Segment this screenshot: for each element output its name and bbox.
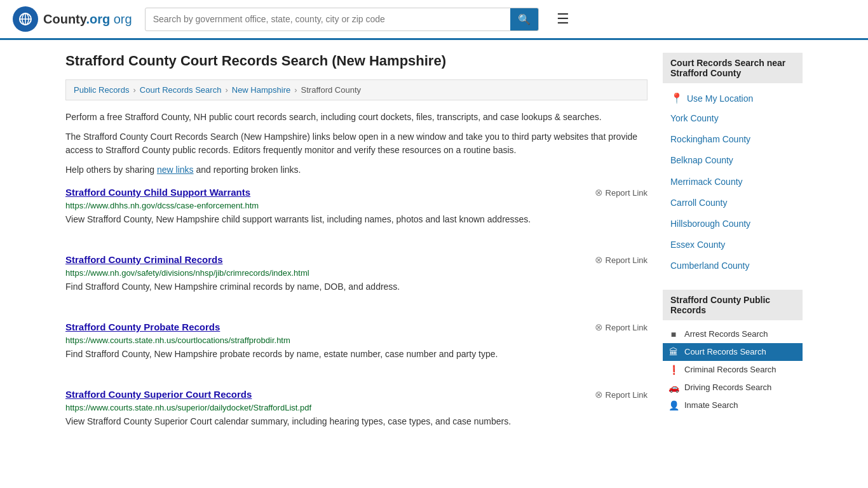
logo-icon <box>13 6 38 32</box>
result-url-1: https://www.nh.gov/safety/divisions/nhsp… <box>65 268 648 278</box>
nearby-section: Court Records Search near Strafford Coun… <box>663 53 803 277</box>
report-label: Report Link <box>606 188 648 198</box>
menu-button[interactable]: ☰ <box>552 8 574 30</box>
result-header: Strafford County Child Support Warrants … <box>65 187 648 198</box>
sidebar-record-item[interactable]: ❗ Criminal Records Search <box>663 361 803 379</box>
record-icon-4: 👤 <box>668 400 679 410</box>
logo-text: County.org org <box>43 12 132 27</box>
result-desc-0: View Strafford County, New Hampshire chi… <box>65 213 648 226</box>
result-title-1[interactable]: Strafford County Criminal Records <box>65 254 223 265</box>
breadcrumb-public-records[interactable]: Public Records <box>74 85 129 95</box>
result-desc-1: Find Strafford County, New Hampshire cri… <box>65 280 648 294</box>
nearby-county-link[interactable]: Belknap County <box>663 150 803 171</box>
result-url-0: https://www.dhhs.nh.gov/dcss/case-enforc… <box>65 201 648 210</box>
result-title-2[interactable]: Strafford County Probate Records <box>65 322 220 332</box>
report-link-1[interactable]: ⊗ Report Link <box>595 254 648 266</box>
result-item: Strafford County Criminal Records ⊗ Repo… <box>65 254 648 306</box>
nearby-county-link[interactable]: Rockingham County <box>663 129 803 150</box>
breadcrumb-current: Strafford County <box>301 85 361 95</box>
breadcrumb-court-records[interactable]: Court Records Search <box>140 85 222 95</box>
result-desc-3: View Strafford County Superior Court cal… <box>65 415 648 428</box>
record-label-1: Court Records Search <box>684 347 766 356</box>
description-1: Perform a free Strafford County, NH publ… <box>65 111 648 124</box>
public-records-section: Strafford County Public Records ■ Arrest… <box>663 290 803 414</box>
new-links[interactable]: new links <box>157 165 194 175</box>
breadcrumb: Public Records › Court Records Search › … <box>65 79 648 100</box>
result-url-2: https://www.courts.state.nh.us/courtloca… <box>65 336 648 345</box>
report-icon: ⊗ <box>595 322 603 333</box>
report-icon: ⊗ <box>595 254 603 266</box>
result-header: Strafford County Probate Records ⊗ Repor… <box>65 322 648 333</box>
report-icon: ⊗ <box>595 389 603 400</box>
sidebar-record-item[interactable]: 🚗 Driving Records Search <box>663 379 803 396</box>
result-item: Strafford County Probate Records ⊗ Repor… <box>65 322 648 374</box>
report-icon: ⊗ <box>595 187 603 198</box>
logo[interactable]: County.org org <box>13 6 132 32</box>
page-container: Strafford County Court Records Search (N… <box>53 40 815 469</box>
sidebar-record-item[interactable]: 🏛 Court Records Search <box>663 343 803 361</box>
search-button[interactable]: 🔍 <box>510 8 538 30</box>
public-records-title: Strafford County Public Records <box>663 290 803 320</box>
location-dot-icon: 📍 <box>670 92 683 104</box>
record-icon-3: 🚗 <box>668 383 679 393</box>
report-label: Report Link <box>606 390 648 400</box>
record-label-3: Driving Records Search <box>684 383 771 392</box>
result-desc-2: Find Strafford County, New Hampshire pro… <box>65 348 648 361</box>
use-my-location[interactable]: 📍 Use My Location <box>663 88 803 108</box>
description-block: Perform a free Strafford County, NH publ… <box>65 111 648 177</box>
nearby-county-link[interactable]: Merrimack County <box>663 172 803 193</box>
header: County.org org 🔍 ☰ <box>0 0 868 40</box>
nearby-county-link[interactable]: Hillsborough County <box>663 214 803 234</box>
result-header: Strafford County Criminal Records ⊗ Repo… <box>65 254 648 266</box>
result-item: Strafford County Superior Court Records … <box>65 389 648 441</box>
main-content: Strafford County Court Records Search (N… <box>65 53 648 456</box>
nearby-county-link[interactable]: Carroll County <box>663 193 803 214</box>
search-container: 🔍 <box>145 8 539 31</box>
records-list: ■ Arrest Records Search 🏛 Court Records … <box>663 325 803 414</box>
record-label-4: Inmate Search <box>684 400 738 410</box>
sidebar-record-item[interactable]: ■ Arrest Records Search <box>663 325 803 343</box>
report-label: Report Link <box>606 255 648 265</box>
nearby-title: Court Records Search near Strafford Coun… <box>663 53 803 83</box>
report-link-0[interactable]: ⊗ Report Link <box>595 187 648 198</box>
breadcrumb-new-hampshire[interactable]: New Hampshire <box>232 85 290 95</box>
nearby-county-link[interactable]: York County <box>663 108 803 129</box>
record-label-2: Criminal Records Search <box>684 365 776 374</box>
result-item: Strafford County Child Support Warrants … <box>65 187 648 239</box>
record-label-0: Arrest Records Search <box>684 329 768 339</box>
result-header: Strafford County Superior Court Records … <box>65 389 648 400</box>
results-container: Strafford County Child Support Warrants … <box>65 187 648 441</box>
sidebar-record-item[interactable]: 👤 Inmate Search <box>663 396 803 414</box>
description-2: The Strafford County Court Records Searc… <box>65 130 648 157</box>
page-title: Strafford County Court Records Search (N… <box>65 53 648 69</box>
report-link-2[interactable]: ⊗ Report Link <box>595 322 648 333</box>
nearby-county-link[interactable]: Essex County <box>663 234 803 255</box>
result-url-3: https://www.courts.state.nh.us/superior/… <box>65 403 648 412</box>
record-icon-2: ❗ <box>668 365 679 375</box>
search-input[interactable] <box>146 9 510 29</box>
description-3: Help others by sharing new links and rep… <box>65 163 648 177</box>
result-title-0[interactable]: Strafford County Child Support Warrants <box>65 187 250 198</box>
report-label: Report Link <box>606 323 648 332</box>
record-icon-1: 🏛 <box>668 347 679 357</box>
nearby-county-link[interactable]: Cumberland County <box>663 255 803 276</box>
nearby-counties: York CountyRockingham CountyBelknap Coun… <box>663 108 803 277</box>
record-icon-0: ■ <box>668 329 679 339</box>
report-link-3[interactable]: ⊗ Report Link <box>595 389 648 400</box>
sidebar: Court Records Search near Strafford Coun… <box>663 53 803 456</box>
result-title-3[interactable]: Strafford County Superior Court Records <box>65 389 252 400</box>
